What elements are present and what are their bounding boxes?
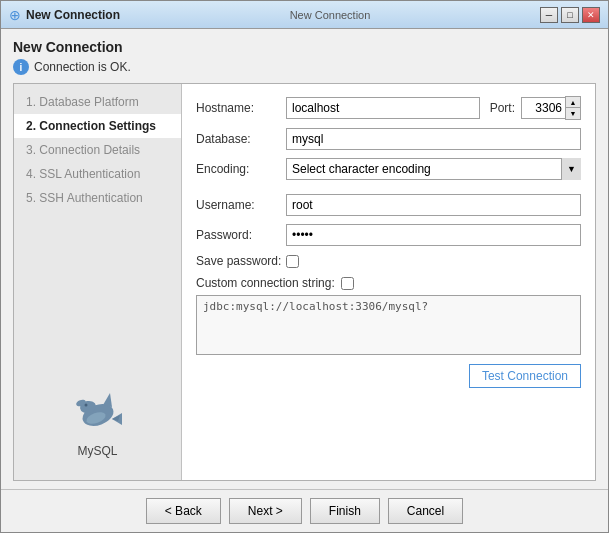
port-down-button[interactable]: ▼ xyxy=(566,108,580,119)
svg-point-6 xyxy=(84,404,87,407)
mysql-label: MySQL xyxy=(77,444,117,458)
sidebar: 1. Database Platform 2. Connection Setti… xyxy=(14,84,182,480)
title-center: New Connection xyxy=(120,9,540,21)
window-content: New Connection i Connection is OK. 1. Da… xyxy=(1,29,608,489)
sidebar-item-ssl-auth[interactable]: 4. SSL Authentication xyxy=(14,162,181,186)
cancel-button[interactable]: Cancel xyxy=(388,498,463,524)
back-button[interactable]: < Back xyxy=(146,498,221,524)
sidebar-item-db-platform[interactable]: 1. Database Platform xyxy=(14,90,181,114)
page-title: New Connection xyxy=(13,39,596,55)
username-input[interactable] xyxy=(286,194,581,216)
close-icon: ✕ xyxy=(587,10,595,20)
app-icon: ⊕ xyxy=(9,7,21,23)
title-bar: ⊕ New Connection New Connection ─ □ ✕ xyxy=(1,1,608,29)
hostname-input[interactable] xyxy=(286,97,480,119)
main-window: ⊕ New Connection New Connection ─ □ ✕ Ne… xyxy=(0,0,609,533)
save-password-label: Save password: xyxy=(196,254,286,268)
test-conn-row: Test Connection xyxy=(196,364,581,388)
window-title: New Connection xyxy=(26,8,120,22)
custom-conn-checkbox[interactable] xyxy=(341,277,354,290)
hostname-label: Hostname: xyxy=(196,101,286,115)
title-controls: ─ □ ✕ xyxy=(540,7,600,23)
custom-conn-label: Custom connection string: xyxy=(196,276,335,290)
password-label: Password: xyxy=(196,228,286,242)
encoding-label: Encoding: xyxy=(196,162,286,176)
test-connection-button[interactable]: Test Connection xyxy=(469,364,581,388)
database-row: Database: xyxy=(196,128,581,150)
close-button[interactable]: ✕ xyxy=(582,7,600,23)
sidebar-item-ssh-auth[interactable]: 5. SSH Authentication xyxy=(14,186,181,210)
conn-string-textarea[interactable]: jdbc:mysql://localhost:3306/mysql? xyxy=(196,295,581,355)
port-up-button[interactable]: ▲ xyxy=(566,97,580,108)
port-spinner: ▲ ▼ xyxy=(521,96,581,120)
svg-marker-3 xyxy=(103,393,112,407)
maximize-icon: □ xyxy=(567,10,572,20)
password-row: Password: xyxy=(196,224,581,246)
main-area: 1. Database Platform 2. Connection Setti… xyxy=(13,83,596,481)
save-password-row: Save password: xyxy=(196,254,581,268)
maximize-button[interactable]: □ xyxy=(561,7,579,23)
encoding-row: Encoding: Select character encoding UTF-… xyxy=(196,158,581,180)
port-input[interactable] xyxy=(521,97,565,119)
form-area: Hostname: Port: ▲ ▼ xyxy=(182,84,595,480)
username-row: Username: xyxy=(196,194,581,216)
save-password-checkbox[interactable] xyxy=(286,255,299,268)
database-input[interactable] xyxy=(286,128,581,150)
mysql-dolphin-icon xyxy=(68,385,128,440)
footer: < Back Next > Finish Cancel xyxy=(1,489,608,532)
custom-conn-row: Custom connection string: xyxy=(196,276,581,290)
sidebar-item-conn-details[interactable]: 3. Connection Details xyxy=(14,138,181,162)
status-bar: i Connection is OK. xyxy=(13,59,596,75)
title-bar-left: ⊕ New Connection xyxy=(9,7,120,23)
sidebar-logo: MySQL xyxy=(14,210,181,474)
hostname-row: Hostname: Port: ▲ ▼ xyxy=(196,96,581,120)
info-icon: i xyxy=(13,59,29,75)
hostname-input-group: Port: ▲ ▼ xyxy=(286,96,581,120)
minimize-icon: ─ xyxy=(546,10,552,20)
encoding-select-wrapper: Select character encoding UTF-8 Latin-1 … xyxy=(286,158,581,180)
next-button[interactable]: Next > xyxy=(229,498,302,524)
port-spinner-buttons: ▲ ▼ xyxy=(565,96,581,120)
username-label: Username: xyxy=(196,198,286,212)
finish-button[interactable]: Finish xyxy=(310,498,380,524)
sidebar-item-conn-settings[interactable]: 2. Connection Settings xyxy=(14,114,181,138)
minimize-button[interactable]: ─ xyxy=(540,7,558,23)
port-label: Port: xyxy=(490,101,515,115)
status-text: Connection is OK. xyxy=(34,60,131,74)
database-label: Database: xyxy=(196,132,286,146)
password-input[interactable] xyxy=(286,224,581,246)
encoding-select[interactable]: Select character encoding UTF-8 Latin-1 xyxy=(286,158,581,180)
